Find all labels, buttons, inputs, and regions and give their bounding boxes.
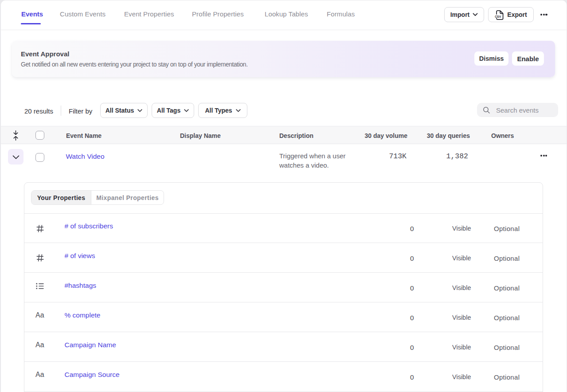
svg-text:CSV: CSV <box>495 14 502 18</box>
